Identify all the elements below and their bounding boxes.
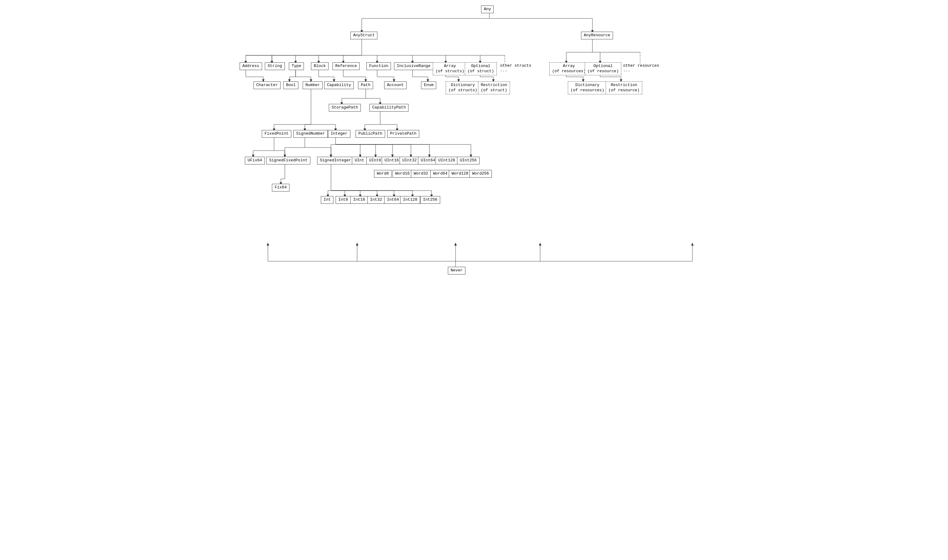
svg-marker-179 (539, 243, 541, 246)
label-other-resources: other resources... (623, 63, 659, 72)
node-int128: Int128 (400, 196, 420, 204)
node-restrict-struct: Restriction(of struct) (478, 82, 510, 94)
node-word8: Word8 (374, 170, 392, 178)
node-enum: Enum (421, 82, 436, 89)
node-array-structs: Array(of structs) (433, 62, 467, 75)
node-address: Address (240, 62, 262, 70)
node-account: Account (384, 82, 407, 89)
svg-marker-176 (454, 243, 457, 246)
label-other-structs: other structs... (500, 63, 531, 72)
node-fixedpoint: FixedPoint (262, 130, 291, 138)
node-uint: UInt (352, 157, 367, 165)
node-any: Any (481, 6, 494, 13)
node-privatepath: PrivatePath (387, 130, 419, 138)
node-word64: Word64 (430, 170, 450, 178)
node-reference: Reference (333, 62, 359, 70)
node-word16: Word16 (393, 170, 413, 178)
node-ufix64: UFix64 (245, 157, 265, 165)
node-integer: Integer (328, 130, 350, 138)
node-signedfixedpoint: SignedFixedPoint (267, 157, 310, 165)
node-int8: Int8 (336, 196, 351, 204)
node-signednumber: SignedNumber (293, 130, 328, 138)
node-int: Int (321, 196, 333, 204)
node-signedinteger: SignedInteger (317, 157, 354, 165)
svg-marker-182 (691, 243, 694, 246)
node-type: Type (289, 62, 304, 70)
node-word128: Word128 (449, 170, 471, 178)
node-capabilitypath: CapabilityPath (369, 104, 408, 112)
node-uint32: UInt32 (399, 157, 419, 165)
node-dict-resources: Dictionary(of resources) (568, 82, 607, 94)
node-block: Block (311, 62, 328, 70)
node-int32: Int32 (367, 196, 385, 204)
node-function: Function (366, 62, 391, 70)
node-word32: Word32 (411, 170, 431, 178)
node-int64: Int64 (384, 196, 402, 204)
node-dict-structs: Dictionary(of structs) (446, 82, 480, 94)
node-optional-struct: Optional(of struct) (465, 62, 497, 75)
node-inclusiverange: InclusiveRange (394, 62, 433, 70)
node-number: Number (303, 82, 323, 89)
svg-marker-170 (267, 243, 269, 246)
node-uint8: UInt8 (366, 157, 384, 165)
node-array-resources: Array(of resources) (549, 62, 589, 75)
node-int16: Int16 (350, 196, 368, 204)
node-int256: Int256 (420, 196, 440, 204)
node-anystruct: AnyStruct (350, 32, 378, 39)
node-anyresource: AnyResource (581, 32, 613, 39)
node-storagepath: StoragePath (329, 104, 361, 112)
node-uint256: UInt256 (457, 157, 479, 165)
node-uint16: UInt16 (382, 157, 402, 165)
node-optional-resource: Optional(of resource) (585, 62, 621, 75)
node-bool: Bool (283, 82, 298, 89)
node-restrict-resource: Restriction(of resource) (606, 82, 642, 94)
node-character: Character (253, 82, 281, 89)
svg-marker-173 (356, 243, 358, 246)
node-path: Path (358, 82, 373, 89)
diagram-container: Any AnyStruct AnyResource Address String… (237, 3, 711, 283)
arrows-svg (237, 3, 711, 283)
node-word256: Word256 (469, 170, 492, 178)
node-string: String (265, 62, 285, 70)
node-capability: Capability (324, 82, 354, 89)
node-never: Never (448, 267, 466, 274)
node-fix64: Fix64 (272, 184, 290, 191)
node-uint128: UInt128 (436, 157, 458, 165)
node-uint64: UInt64 (418, 157, 438, 165)
node-publicpath: PublicPath (356, 130, 385, 138)
